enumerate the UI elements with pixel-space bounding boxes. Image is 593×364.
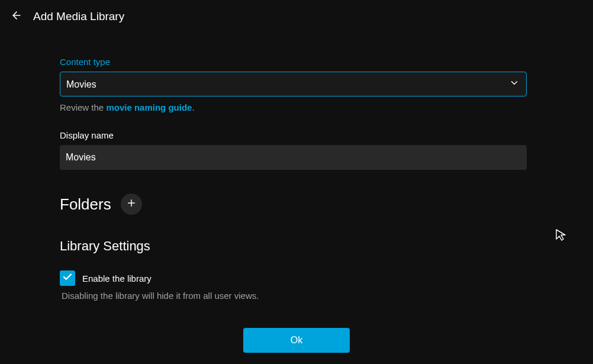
add-folder-button[interactable] [121,194,142,215]
content-type-field: Content type Movies Review the movie nam… [60,57,533,112]
dialog-title: Add Media Library [33,10,124,23]
content-type-select[interactable]: Movies [60,72,527,96]
ok-button[interactable]: Ok [243,328,350,353]
helper-suffix: . [192,102,194,112]
library-settings-heading: Library Settings [60,239,533,254]
plus-icon [126,198,137,211]
folders-heading: Folders [60,195,111,214]
enable-library-row: Enable the library [60,270,533,286]
display-name-label: Display name [60,130,533,140]
display-name-input[interactable] [60,145,527,170]
enable-library-checkbox[interactable] [60,270,75,286]
dialog-content: Content type Movies Review the movie nam… [0,36,593,314]
arrow-left-icon [11,9,22,24]
enable-library-helper: Disabling the library will hide it from … [62,291,533,301]
content-type-helper: Review the movie naming guide. [60,102,533,112]
dialog-footer: Ok [0,316,593,364]
check-icon [62,272,73,285]
display-name-field: Display name [60,130,533,170]
back-button[interactable] [9,9,24,24]
helper-prefix: Review the [60,102,106,112]
content-type-select-wrapper: Movies [60,72,527,96]
naming-guide-link[interactable]: movie naming guide [106,102,192,112]
enable-library-label: Enable the library [82,273,152,284]
dialog-header: Add Media Library [0,0,593,36]
folders-section: Folders [60,194,533,215]
content-type-label: Content type [60,57,533,67]
